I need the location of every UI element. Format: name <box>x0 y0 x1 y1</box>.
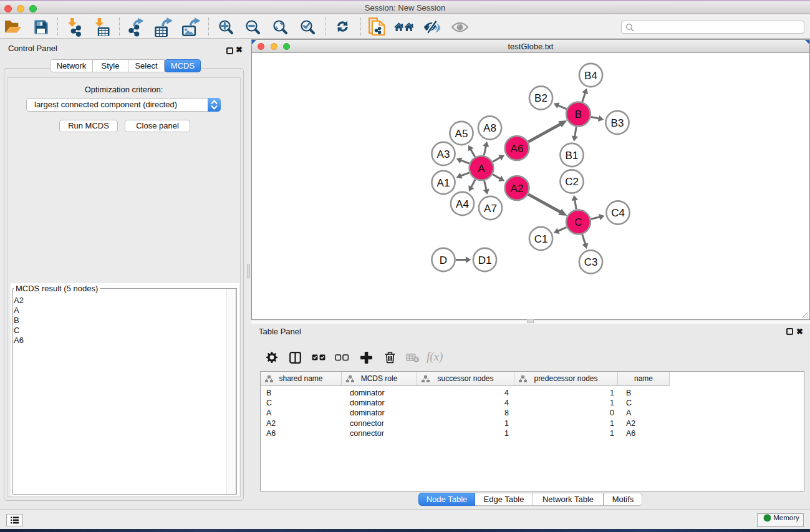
svg-text:A3: A3 <box>437 148 450 160</box>
svg-text:A8: A8 <box>483 122 496 134</box>
svg-text:A7: A7 <box>484 203 497 215</box>
svg-text:C2: C2 <box>565 176 579 188</box>
svg-text:B1: B1 <box>566 150 579 162</box>
svg-text:C: C <box>574 216 582 228</box>
svg-text:D: D <box>440 254 447 266</box>
svg-text:A1: A1 <box>437 177 450 189</box>
svg-text:A5: A5 <box>455 128 468 140</box>
svg-text:D1: D1 <box>478 254 492 266</box>
svg-text:B3: B3 <box>611 117 624 129</box>
svg-text:A2: A2 <box>511 183 524 195</box>
svg-text:A4: A4 <box>456 198 469 210</box>
svg-text:C4: C4 <box>611 207 625 219</box>
svg-text:A: A <box>478 163 485 175</box>
svg-text:C3: C3 <box>584 256 598 268</box>
svg-text:A6: A6 <box>511 143 524 155</box>
svg-text:B4: B4 <box>584 70 597 82</box>
svg-text:C1: C1 <box>534 233 548 245</box>
svg-text:B2: B2 <box>534 92 547 104</box>
svg-text:B: B <box>575 109 582 120</box>
